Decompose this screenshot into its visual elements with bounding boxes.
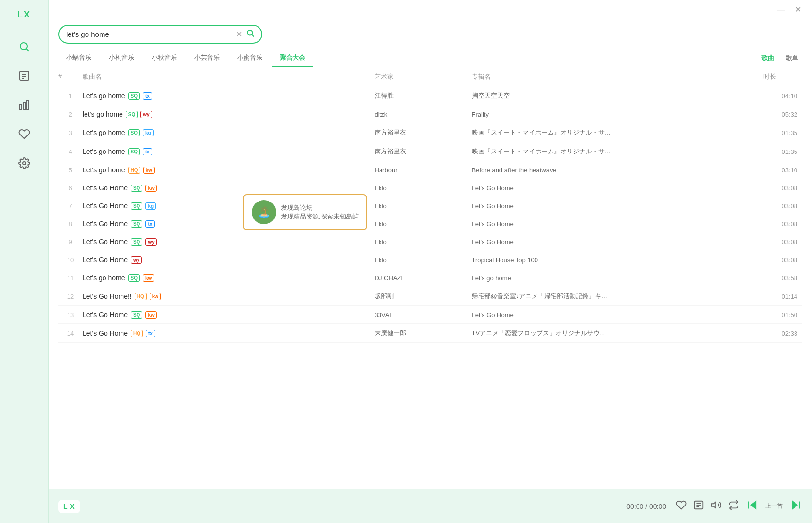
song-name: Let's Go Home SQkg xyxy=(83,202,375,210)
row-number: 6 xyxy=(58,185,83,192)
badge-tx: tx xyxy=(143,148,152,155)
sidebar-item-charts[interactable] xyxy=(12,93,36,117)
lyrics-button[interactable] xyxy=(693,500,704,513)
svg-marker-19 xyxy=(792,501,797,509)
source-tab-xiaomi[interactable]: 小蜜音乐 xyxy=(229,50,270,67)
sidebar-item-library[interactable] xyxy=(12,64,36,88)
row-number: 3 xyxy=(58,129,83,136)
badge-kw: kw xyxy=(145,185,156,192)
artist-name: DJ CHAZE xyxy=(375,274,472,282)
view-tab-albums[interactable]: 歌单 xyxy=(782,52,802,65)
source-tab-xiaoqiu[interactable]: 小秋音乐 xyxy=(144,50,185,67)
song-title: let's go home xyxy=(83,110,123,118)
duration: 01:50 xyxy=(763,311,802,319)
badge-kw: kw xyxy=(145,311,156,319)
table-row[interactable]: 12 Let's Go Home!! HQkw 坂部剛 帰宅部@音楽室♪アニメ「… xyxy=(58,287,802,306)
duration: 03:08 xyxy=(763,220,802,228)
table-row[interactable]: 9 Let's Go Home SQwy Eklo Let's Go Home … xyxy=(58,233,802,251)
album-name: Before and after the heatwave xyxy=(472,167,764,174)
table-row[interactable]: 13 Let's Go Home SQkw 33VAL Let's Go Hom… xyxy=(58,306,802,324)
row-number: 12 xyxy=(58,293,83,300)
col-name: 歌曲名 xyxy=(83,72,375,81)
sidebar-item-settings[interactable] xyxy=(12,151,36,175)
table-row[interactable]: 5 Let's go home HQkw Harbour Before and … xyxy=(58,161,802,179)
table-row[interactable]: 11 Let's go home SQkw DJ CHAZE Let's go … xyxy=(58,269,802,287)
table-row[interactable]: 14 Let's Go Home HQtx 末廣健一郎 TVアニメ「恋愛フロップ… xyxy=(58,324,802,343)
badge-sq: SQ xyxy=(131,185,142,192)
source-tab-xiaoyun[interactable]: 小芸音乐 xyxy=(187,50,227,67)
source-tab-xiaoha[interactable]: 小蜗音乐 xyxy=(58,50,99,67)
svg-line-1 xyxy=(26,49,29,52)
song-title: Let's Go Home xyxy=(83,311,128,319)
next-button[interactable] xyxy=(790,499,802,514)
like-button[interactable] xyxy=(676,500,687,513)
row-number: 4 xyxy=(58,148,83,155)
duration: 05:32 xyxy=(763,111,802,118)
song-name: let's go home SQwy xyxy=(83,110,375,118)
album-name: Let's go home xyxy=(472,274,764,282)
table-row[interactable]: 1 Let's go home SQtx 江得胜 掏空天空天空 04:10 xyxy=(58,86,802,105)
badge-sq: SQ xyxy=(128,148,140,155)
sidebar-item-favorites[interactable] xyxy=(12,122,36,146)
album-name: 帰宅部@音楽室♪アニメ「帰宅部活動記録」キ… xyxy=(472,292,764,301)
artist-name: Eklo xyxy=(375,220,472,228)
artist-name: Eklo xyxy=(375,185,472,192)
badge-sq: SQ xyxy=(128,92,140,100)
minimize-button[interactable]: — xyxy=(775,4,788,15)
song-title: Let's go home xyxy=(83,274,125,282)
search-button[interactable] xyxy=(246,29,255,40)
search-input[interactable] xyxy=(66,30,232,38)
row-number: 11 xyxy=(58,274,83,282)
song-name: Let's Go Home HQtx xyxy=(83,329,375,337)
sidebar-item-search[interactable] xyxy=(12,34,36,59)
app-logo: LX xyxy=(17,10,31,20)
table-row[interactable]: 2 let's go home SQwy dltzk Frailty 05:32 xyxy=(58,105,802,123)
prev-button[interactable] xyxy=(746,499,759,514)
col-duration: 时长 xyxy=(763,72,802,81)
svg-marker-17 xyxy=(751,501,756,509)
repeat-button[interactable] xyxy=(728,500,739,513)
source-tabs: 小蜗音乐 小枸音乐 小秋音乐 小芸音乐 小蜜音乐 聚合大会 歌曲 歌单 xyxy=(49,50,812,67)
table-row[interactable]: 4 Let's go home SQtx 南方裕里衣 映画『スイート・マイホーム… xyxy=(58,142,802,161)
song-title: Let's Go Home xyxy=(83,256,128,264)
song-title: Let's Go Home xyxy=(83,184,128,192)
song-name: Let's go home HQkw xyxy=(83,166,375,174)
song-title: Let's Go Home xyxy=(83,202,128,210)
table-row[interactable]: 7 Let's Go Home SQkg Eklo Let's Go Home … xyxy=(58,197,802,215)
clear-button[interactable]: ✕ xyxy=(236,30,242,39)
song-name: Let's Go Home SQwy xyxy=(83,238,375,246)
table-row[interactable]: 10 Let's Go Home wy Eklo Tropical House … xyxy=(58,251,802,269)
song-name: Let's go home SQtx xyxy=(83,148,375,155)
volume-button[interactable] xyxy=(711,500,722,513)
album-name: Frailty xyxy=(472,111,764,118)
svg-rect-8 xyxy=(27,101,29,109)
badge-sq: SQ xyxy=(126,111,138,118)
badge-sq: SQ xyxy=(128,274,140,282)
player-logo: L X xyxy=(58,500,80,513)
artist-name: Eklo xyxy=(375,238,472,246)
player-controls: 上一首 xyxy=(676,499,802,514)
close-button[interactable]: ✕ xyxy=(792,4,804,15)
row-number: 14 xyxy=(58,330,83,337)
badge-hq: HQ xyxy=(135,293,147,300)
row-number: 13 xyxy=(58,311,83,319)
artist-name: 末廣健一郎 xyxy=(375,329,472,337)
source-tab-xiaogou[interactable]: 小枸音乐 xyxy=(101,50,142,67)
duration: 01:35 xyxy=(763,129,802,136)
source-tab-juhe[interactable]: 聚合大会 xyxy=(272,50,313,67)
view-tabs: 歌曲 歌单 xyxy=(758,52,802,65)
song-title: Let's go home xyxy=(83,166,125,174)
table-row[interactable]: 8 Let's Go Home SQtx Eklo Let's Go Home … xyxy=(58,215,802,233)
duration: 03:08 xyxy=(763,256,802,264)
view-tab-songs[interactable]: 歌曲 xyxy=(758,52,778,65)
duration: 03:08 xyxy=(763,202,802,210)
badge-tx: tx xyxy=(145,220,155,228)
badge-tx: tx xyxy=(146,330,155,337)
song-title: Let's Go Home xyxy=(83,238,128,246)
search-bar: ✕ xyxy=(49,19,812,50)
table-row[interactable]: 6 Let's Go Home SQkw Eklo Let's Go Home … xyxy=(58,179,802,197)
col-album: 专辑名 xyxy=(472,72,764,81)
col-artist: 艺术家 xyxy=(375,72,472,81)
table-row[interactable]: 3 Let's go home SQkg 南方裕里衣 映画『スイート・マイホーム… xyxy=(58,123,802,142)
titlebar: — ✕ xyxy=(49,0,812,19)
